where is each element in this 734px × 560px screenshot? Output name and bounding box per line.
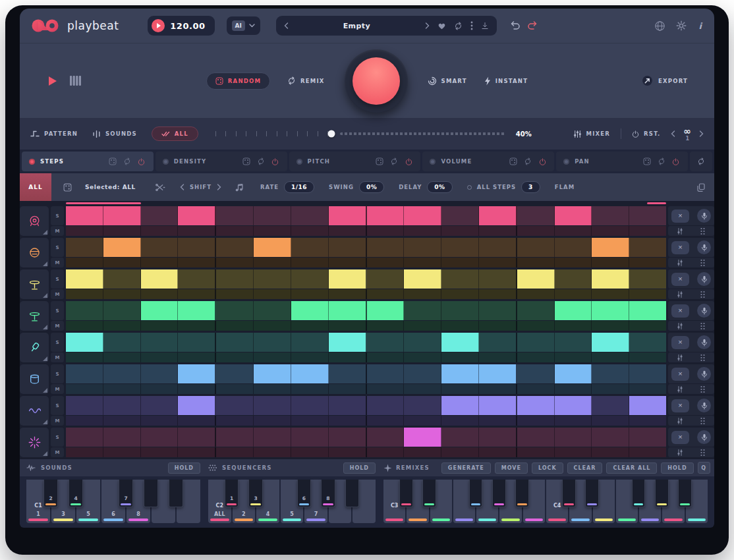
loop-icon[interactable]	[657, 157, 666, 166]
accent-hihat-open-6[interactable]	[254, 321, 291, 331]
accent-shaker-4[interactable]	[178, 352, 216, 362]
step-hihat-closed-16[interactable]	[629, 269, 666, 289]
accent-snare-6[interactable]	[254, 258, 291, 267]
record-track-button[interactable]	[697, 399, 711, 412]
step-kick-6[interactable]	[254, 206, 291, 225]
step-shaker-1[interactable]	[66, 333, 103, 352]
accent-synth-7[interactable]	[291, 416, 329, 426]
step-perc-4[interactable]	[178, 364, 216, 383]
step-hihat-open-10[interactable]	[404, 301, 441, 320]
reset-button[interactable]: RST.	[632, 130, 660, 138]
range-segment[interactable]	[647, 202, 666, 204]
dice-icon[interactable]	[63, 183, 72, 192]
undo-button[interactable]	[510, 21, 521, 30]
sounds-hold-button[interactable]: HOLD	[168, 462, 200, 474]
step-perc-7[interactable]	[291, 364, 329, 383]
step-snare-9[interactable]	[367, 238, 405, 257]
step-hihat-open-5[interactable]	[216, 301, 254, 320]
step-fx-16[interactable]	[629, 428, 666, 447]
step-snare-7[interactable]	[291, 238, 329, 257]
accent-fx-13[interactable]	[517, 447, 555, 457]
instant-button[interactable]: INSTANT	[484, 76, 528, 86]
track-drag-handle[interactable]	[694, 259, 711, 267]
step-hihat-open-4[interactable]	[178, 301, 216, 320]
step-kick-3[interactable]	[141, 206, 179, 225]
step-shaker-10[interactable]	[404, 333, 441, 352]
clear-track-button[interactable]: ×	[671, 273, 689, 286]
tab-steps[interactable]: STEPS	[22, 152, 154, 171]
accent-perc-1[interactable]	[66, 384, 103, 394]
tab-pitch[interactable]: PITCH	[289, 152, 421, 171]
track-icon-perc[interactable]	[20, 364, 49, 394]
step-fx-14[interactable]	[555, 428, 592, 447]
step-kick-7[interactable]	[291, 206, 329, 225]
remix-button[interactable]: REMIX	[287, 76, 325, 85]
step-shaker-7[interactable]	[291, 333, 329, 352]
step-hihat-open-9[interactable]	[367, 301, 405, 320]
step-hihat-closed-2[interactable]	[103, 269, 141, 289]
accent-synth-15[interactable]	[592, 416, 629, 426]
kebab-menu-icon[interactable]	[470, 21, 473, 30]
step-shaker-6[interactable]	[254, 333, 291, 352]
loop-icon[interactable]	[123, 157, 132, 166]
step-synth-1[interactable]	[66, 396, 103, 415]
accent-hihat-closed-13[interactable]	[517, 289, 555, 299]
accent-snare-15[interactable]	[592, 258, 629, 267]
track-settings-icon[interactable]	[671, 385, 689, 393]
ai-dropdown[interactable]: AI	[227, 16, 260, 35]
power-icon[interactable]	[538, 157, 547, 166]
accent-synth-3[interactable]	[141, 416, 179, 426]
step-snare-5[interactable]	[216, 238, 254, 257]
clear-track-button[interactable]: ×	[671, 399, 689, 412]
track-drag-handle[interactable]	[694, 354, 711, 362]
accent-perc-12[interactable]	[479, 384, 517, 394]
track-settings-icon[interactable]	[671, 322, 689, 330]
track-icon-fx[interactable]	[20, 428, 49, 457]
black-key-sounds-4[interactable]	[144, 480, 158, 507]
clear-track-button[interactable]: ×	[671, 241, 689, 254]
step-perc-2[interactable]	[103, 364, 141, 383]
loop-icon[interactable]	[256, 157, 266, 166]
shift-left-button[interactable]	[180, 184, 184, 190]
step-perc-15[interactable]	[592, 364, 629, 383]
accent-fx-10[interactable]	[404, 447, 441, 457]
step-synth-15[interactable]	[592, 396, 629, 415]
step-shaker-16[interactable]	[629, 333, 666, 352]
black-key-remixes-8[interactable]	[632, 480, 646, 507]
step-hihat-closed-5[interactable]	[216, 269, 254, 289]
track-drag-handle[interactable]	[694, 385, 711, 393]
step-perc-11[interactable]	[441, 364, 479, 383]
accent-hihat-closed-10[interactable]	[404, 289, 441, 299]
dice-icon[interactable]	[642, 157, 652, 166]
accent-fx-16[interactable]	[629, 447, 666, 457]
step-snare-15[interactable]	[592, 238, 629, 257]
export-button[interactable]: EXPORT	[642, 43, 688, 118]
accent-snare-12[interactable]	[479, 258, 517, 267]
accent-synth-9[interactable]	[367, 416, 405, 426]
power-icon[interactable]	[404, 157, 413, 166]
accent-hihat-open-7[interactable]	[291, 321, 329, 331]
accent-hihat-open-14[interactable]	[555, 321, 592, 331]
swing-value[interactable]: 0%	[359, 181, 384, 193]
accent-shaker-8[interactable]	[329, 352, 367, 362]
preset-next-button[interactable]	[425, 22, 430, 29]
step-hihat-closed-6[interactable]	[254, 269, 291, 289]
step-fx-11[interactable]	[441, 428, 479, 447]
accent-snare-1[interactable]	[66, 258, 103, 267]
accent-perc-7[interactable]	[291, 384, 329, 394]
clear-track-button[interactable]: ×	[671, 431, 689, 444]
accent-hihat-closed-6[interactable]	[254, 289, 291, 299]
step-kick-13[interactable]	[517, 206, 555, 225]
track-icon-synth[interactable]	[20, 396, 49, 426]
expand-corner-icon[interactable]	[43, 230, 47, 235]
accent-synth-2[interactable]	[103, 416, 141, 426]
accent-hihat-open-16[interactable]	[629, 321, 666, 331]
step-hihat-closed-11[interactable]	[441, 269, 479, 289]
accent-kick-12[interactable]	[479, 226, 517, 236]
step-perc-16[interactable]	[629, 364, 666, 383]
step-synth-5[interactable]	[216, 396, 254, 415]
step-kick-15[interactable]	[592, 206, 629, 225]
accent-fx-8[interactable]	[329, 447, 367, 457]
step-synth-4[interactable]	[178, 396, 216, 415]
step-fx-4[interactable]	[178, 428, 216, 447]
